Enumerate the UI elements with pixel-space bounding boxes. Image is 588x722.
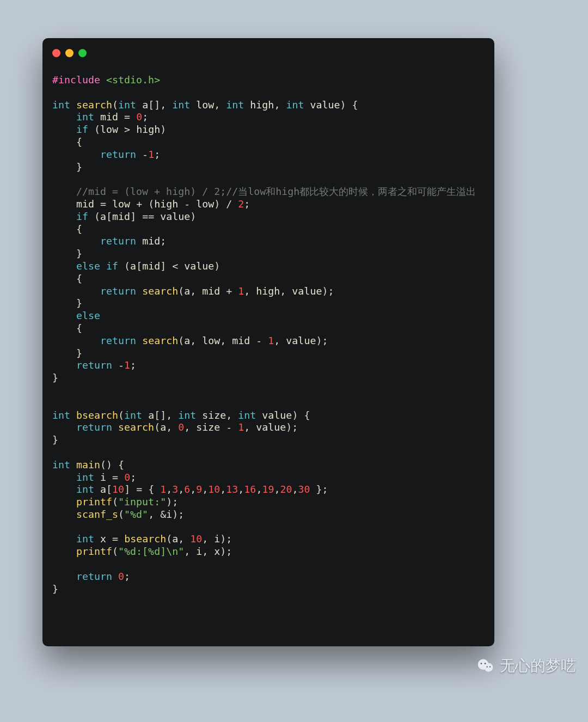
code-token: int	[124, 409, 142, 421]
code-token: );	[172, 509, 184, 520]
code-token	[304, 99, 310, 111]
code-token: low	[112, 198, 130, 210]
code-token	[136, 285, 142, 297]
code-token: 16	[244, 484, 256, 495]
code-token	[52, 111, 76, 123]
code-token: ;	[244, 198, 250, 210]
code-token: );	[166, 496, 178, 507]
code-token: ,	[190, 335, 202, 346]
code-token: }	[52, 583, 58, 595]
code-token	[100, 74, 106, 85]
code-token: -	[112, 359, 124, 371]
code-token: }	[52, 434, 58, 445]
code-token: (	[112, 546, 118, 557]
code-token: a	[100, 484, 106, 495]
code-token: ,	[226, 409, 238, 421]
code-token: ,	[202, 484, 208, 495]
code-token: 1	[238, 421, 244, 433]
code-token: , &	[148, 509, 166, 520]
code-token: search	[142, 335, 178, 346]
code-token: {	[52, 136, 82, 148]
code-token: + (	[130, 198, 154, 210]
code-token: );	[220, 546, 232, 557]
code-token	[52, 472, 76, 483]
code-token	[244, 99, 250, 111]
code-token: "input:"	[118, 496, 166, 507]
code-token: {	[52, 223, 82, 235]
code-token: a	[130, 260, 136, 272]
code-token: value	[184, 260, 214, 272]
code-token: =	[94, 198, 112, 210]
code-token: );	[220, 533, 232, 544]
zoom-icon[interactable]	[78, 49, 87, 57]
code-token: ,	[184, 421, 196, 433]
code-token: ,	[238, 484, 244, 495]
code-token	[70, 99, 76, 111]
code-token: ,	[220, 484, 226, 495]
code-token: size	[196, 421, 220, 433]
code-token	[52, 149, 100, 160]
code-token: int	[226, 99, 244, 111]
code-token: {	[52, 273, 82, 284]
code-token: high	[256, 285, 280, 297]
code-token: return	[76, 421, 112, 433]
window-controls	[52, 49, 87, 57]
code-token: mid	[100, 111, 118, 123]
code-token: bsearch	[124, 533, 166, 544]
code-token: }	[52, 161, 82, 173]
code-token: 10	[190, 533, 202, 544]
code-token: size	[202, 409, 226, 421]
code-token: main	[76, 459, 100, 470]
code-token: ,	[274, 99, 286, 111]
code-token: (	[88, 211, 100, 222]
code-token: mid	[232, 335, 250, 346]
code-token: value	[310, 99, 340, 111]
code-token: ;	[142, 111, 148, 123]
watermark: 无心的梦呓	[477, 656, 576, 676]
code-token: i	[166, 509, 172, 520]
code-token: 6	[184, 484, 190, 495]
code-token: return	[100, 235, 136, 247]
code-token	[70, 459, 76, 470]
code-token: a	[172, 533, 178, 544]
code-token: int	[52, 409, 70, 421]
code-token: ,	[244, 285, 256, 297]
code-token: 1	[148, 149, 154, 160]
code-window: #include <stdio.h> int search(int a[], i…	[42, 38, 494, 646]
code-token: ,	[190, 285, 202, 297]
code-token: ;	[160, 235, 166, 247]
code-token	[52, 509, 76, 520]
minimize-icon[interactable]	[65, 49, 74, 57]
code-token: a	[184, 285, 190, 297]
code-token: ,	[166, 484, 172, 495]
code-token: i	[100, 472, 106, 483]
code-block: #include <stdio.h> int search(int a[], i…	[52, 74, 485, 595]
close-icon[interactable]	[52, 49, 60, 57]
code-token: 9	[196, 484, 202, 495]
code-token: )	[190, 211, 196, 222]
code-token: return	[100, 149, 136, 160]
code-token	[94, 111, 100, 123]
svg-point-3	[485, 663, 486, 664]
code-token	[136, 99, 142, 111]
code-token: a	[142, 99, 148, 111]
code-token: i	[214, 533, 220, 544]
code-token: 1	[124, 359, 130, 371]
code-token: [],	[148, 99, 172, 111]
code-token: 20	[280, 484, 292, 495]
code-token: (	[118, 260, 130, 272]
code-token: int	[76, 111, 94, 123]
code-token	[52, 285, 100, 297]
code-token: )	[160, 124, 166, 135]
code-token: return	[100, 335, 136, 346]
code-token	[94, 472, 100, 483]
code-token	[94, 533, 100, 544]
code-token	[52, 571, 76, 582]
code-token: (	[166, 533, 172, 544]
code-token: (	[88, 124, 100, 135]
code-token: 1	[160, 484, 166, 495]
code-token: if	[106, 260, 118, 272]
code-token: );	[322, 285, 334, 297]
code-token: 10	[208, 484, 220, 495]
code-token: ;	[124, 571, 130, 582]
